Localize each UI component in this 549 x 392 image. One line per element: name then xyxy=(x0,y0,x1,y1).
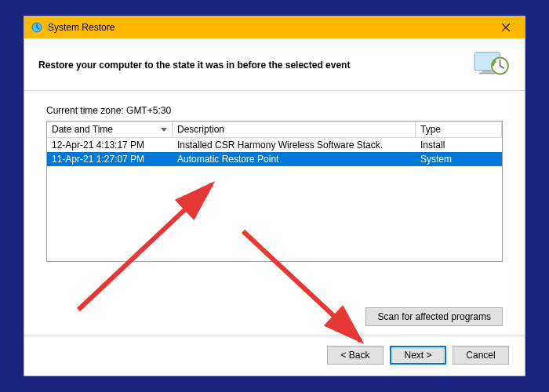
table-row[interactable]: 11-Apr-21 1:27:07 PMAutomatic Restore Po… xyxy=(47,152,502,166)
column-type[interactable]: Type xyxy=(416,122,502,138)
scan-row: Scan for affected programs xyxy=(24,299,525,326)
cell-type: Install xyxy=(416,138,502,152)
column-date[interactable]: Date and Time xyxy=(47,122,173,138)
close-button[interactable] xyxy=(493,16,518,38)
content-area: Current time zone: GMT+5:30 Date and Tim… xyxy=(24,91,525,299)
column-description[interactable]: Description xyxy=(173,122,416,138)
table-row[interactable]: 12-Apr-21 4:13:17 PMInstalled CSR Harmon… xyxy=(47,138,502,152)
restore-points-table[interactable]: Date and Time Description Type 12-Apr-21… xyxy=(46,121,503,262)
close-icon xyxy=(502,24,510,31)
cell-date: 11-Apr-21 1:27:07 PM xyxy=(47,152,173,166)
table-header: Date and Time Description Type xyxy=(47,122,502,138)
system-restore-icon xyxy=(31,21,43,34)
wizard-footer: < Back Next > Cancel xyxy=(24,336,525,376)
timezone-label: Current time zone: GMT+5:30 xyxy=(46,105,503,116)
wizard-header: Restore your computer to the state it wa… xyxy=(24,38,525,91)
scan-affected-button[interactable]: Scan for affected programs xyxy=(365,307,503,326)
system-restore-window: System Restore Restore your computer to … xyxy=(24,16,525,376)
cell-desc: Automatic Restore Point xyxy=(173,152,416,166)
cell-type: System xyxy=(416,152,502,166)
titlebar[interactable]: System Restore xyxy=(24,16,525,38)
svg-rect-7 xyxy=(479,73,496,74)
page-heading: Restore your computer to the state it wa… xyxy=(38,60,473,71)
restore-monitor-icon xyxy=(473,49,511,81)
window-title: System Restore xyxy=(48,22,115,33)
table-body: 12-Apr-21 4:13:17 PMInstalled CSR Harmon… xyxy=(47,138,502,166)
back-button[interactable]: < Back xyxy=(327,346,384,365)
cell-date: 12-Apr-21 4:13:17 PM xyxy=(47,138,173,152)
next-button[interactable]: Next > xyxy=(390,346,446,365)
cell-desc: Installed CSR Harmony Wireless Software … xyxy=(173,138,416,152)
svg-rect-6 xyxy=(482,71,493,73)
cancel-button[interactable]: Cancel xyxy=(453,346,509,365)
